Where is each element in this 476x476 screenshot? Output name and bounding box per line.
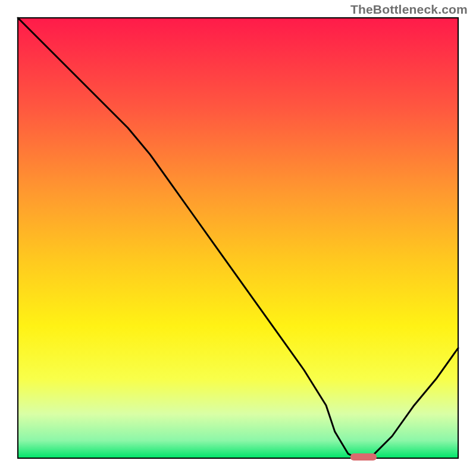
plot-area [18, 18, 458, 461]
optimal-marker [350, 453, 377, 461]
bottleneck-chart [0, 0, 476, 476]
chart-canvas: TheBottleneck.com [0, 0, 476, 476]
